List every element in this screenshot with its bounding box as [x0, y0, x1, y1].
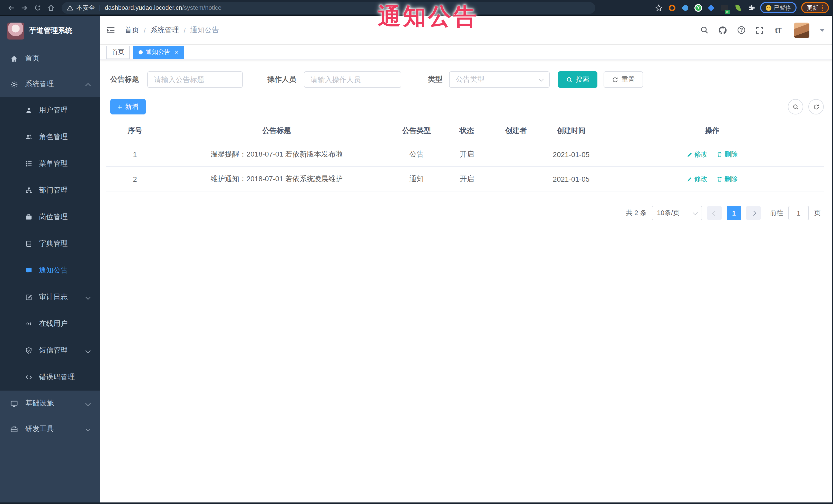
tab-label: 首页: [112, 48, 124, 56]
table-toolbar: + 新增: [106, 99, 824, 115]
column-header: 公告标题: [164, 126, 390, 135]
browser-menu-icon[interactable]: [822, 4, 823, 11]
tab-label: 通知公告: [146, 48, 170, 56]
sidebar-item-roles[interactable]: 角色管理: [0, 124, 100, 150]
paused-pill[interactable]: 已暂停: [760, 2, 796, 13]
reload-icon[interactable]: [31, 1, 44, 15]
back-icon[interactable]: [4, 1, 18, 15]
dictionary-icon: [25, 240, 32, 248]
goto-label: 前往: [770, 208, 783, 218]
edit-link[interactable]: 修改: [687, 150, 708, 159]
chevron-up-icon: [86, 80, 90, 88]
app-logo-row[interactable]: 芋道管理系统: [0, 16, 100, 46]
sidebar-item-online-users[interactable]: 在线用户: [0, 311, 100, 337]
avatar-caret-icon[interactable]: [820, 28, 825, 31]
breadcrumb-home[interactable]: 首页: [125, 25, 139, 34]
pencil-icon: [687, 151, 693, 157]
extension-diamond-icon[interactable]: [707, 3, 715, 12]
gear-icon: [10, 80, 18, 88]
table-row: 2 维护通知：2018-07-01 若依系统凌晨维护 通知 开启 2021-01…: [106, 167, 824, 191]
close-icon[interactable]: ×: [174, 49, 178, 55]
prev-page-button[interactable]: [707, 206, 722, 220]
sidebar-item-label: 首页: [25, 54, 40, 63]
extension-leaf-icon[interactable]: [733, 3, 742, 12]
reset-button[interactable]: 重置: [603, 71, 643, 88]
tab-notice[interactable]: 通知公告 ×: [133, 45, 184, 59]
title-filter-input[interactable]: [147, 71, 243, 88]
paused-label: 已暂停: [774, 4, 791, 11]
tab-home[interactable]: 首页: [106, 45, 130, 59]
search-button[interactable]: 搜索: [558, 71, 597, 88]
type-filter-label: 类型: [428, 75, 443, 84]
column-header: 状态: [444, 126, 490, 135]
help-icon[interactable]: [736, 24, 747, 36]
fullscreen-icon[interactable]: [754, 24, 765, 36]
sidebar-item-label: 通知公告: [39, 266, 68, 275]
extension-drop-icon[interactable]: [681, 3, 690, 12]
sidebar-item-audit-log[interactable]: 审计日志: [0, 284, 100, 311]
sidebar-item-dev-tools[interactable]: 研发工具: [0, 416, 100, 442]
current-page[interactable]: 1: [727, 206, 741, 220]
active-dot-icon: [139, 50, 143, 54]
sidebar-item-system[interactable]: 系统管理: [0, 71, 100, 97]
org-tree-icon: [25, 187, 32, 194]
menu-list-icon: [25, 160, 32, 168]
operator-filter-input[interactable]: [304, 71, 401, 88]
extension-y-icon[interactable]: Y: [694, 4, 702, 11]
goto-page-input[interactable]: [788, 206, 809, 220]
cell-time: 2021-01-05: [542, 175, 600, 183]
sidebar-item-notice[interactable]: 通知公告: [0, 257, 100, 284]
cell-time: 2021-01-05: [542, 150, 600, 158]
delete-link[interactable]: 删除: [717, 150, 738, 159]
breadcrumb-system[interactable]: 系统管理: [150, 25, 179, 34]
cell-no: 1: [106, 150, 164, 158]
sidebar-item-sms[interactable]: 短信管理: [0, 337, 100, 364]
delete-link[interactable]: 删除: [717, 174, 738, 184]
cell-actions: 修改 删除: [600, 150, 824, 159]
cell-no: 2: [106, 175, 164, 183]
edit-link[interactable]: 修改: [687, 174, 708, 184]
header-actions: tT: [698, 22, 825, 38]
chevron-down-icon: [693, 210, 698, 215]
sidebar-item-menus[interactable]: 菜单管理: [0, 150, 100, 177]
sidebar-item-label: 审计日志: [39, 292, 68, 302]
search-icon: [792, 103, 799, 110]
next-page-button[interactable]: [746, 206, 761, 220]
sidebar-item-label: 菜单管理: [39, 159, 68, 168]
type-select[interactable]: 公告类型: [449, 71, 550, 88]
sidebar-item-users[interactable]: 用户管理: [0, 97, 100, 124]
sidebar-item-label: 用户管理: [39, 106, 68, 115]
avatar[interactable]: [794, 22, 809, 38]
sidebar-item-departments[interactable]: 部门管理: [0, 177, 100, 204]
update-button[interactable]: 更新: [801, 2, 829, 13]
url-bar[interactable]: 不安全 | dashboard.yudao.iocoder.cn/system/…: [62, 2, 595, 14]
hamburger-icon[interactable]: [106, 26, 116, 34]
pagination: 共 2 条 10条/页 1 前往 页: [106, 206, 824, 220]
security-label: 不安全: [76, 3, 95, 12]
system-submenu: 用户管理 角色管理 菜单管理 部门管理 岗位管理: [0, 97, 100, 390]
operator-filter-label: 操作人员: [267, 75, 296, 84]
main-area: 首页 / 系统管理 / 通知公告 tT: [100, 16, 833, 220]
extension-orange-icon[interactable]: [668, 3, 676, 12]
github-icon[interactable]: [717, 24, 728, 36]
refresh-button[interactable]: [808, 99, 824, 115]
font-size-icon[interactable]: tT: [772, 24, 784, 36]
home-nav-icon[interactable]: [44, 1, 57, 15]
search-icon[interactable]: [698, 24, 710, 36]
chevron-down-icon: [86, 425, 90, 433]
bookmark-star-icon[interactable]: [654, 3, 663, 12]
sidebar-item-error-codes[interactable]: 错误码管理: [0, 364, 100, 390]
add-button[interactable]: + 新增: [110, 99, 146, 115]
forward-icon[interactable]: [18, 1, 31, 15]
show-search-button[interactable]: [788, 99, 803, 115]
extensions-puzzle-icon[interactable]: [747, 3, 756, 12]
sidebar-item-infrastructure[interactable]: 基础设施: [0, 390, 100, 416]
message-icon: [25, 267, 32, 274]
sidebar-item-dictionary[interactable]: 字典管理: [0, 231, 100, 257]
extension-on-icon[interactable]: on: [720, 3, 729, 12]
sidebar-item-home[interactable]: 首页: [0, 46, 100, 71]
breadcrumb: 首页 / 系统管理 / 通知公告: [125, 25, 219, 34]
sidebar-item-posts[interactable]: 岗位管理: [0, 204, 100, 231]
page-size-select[interactable]: 10条/页: [652, 206, 702, 220]
column-header: 序号: [106, 126, 164, 135]
